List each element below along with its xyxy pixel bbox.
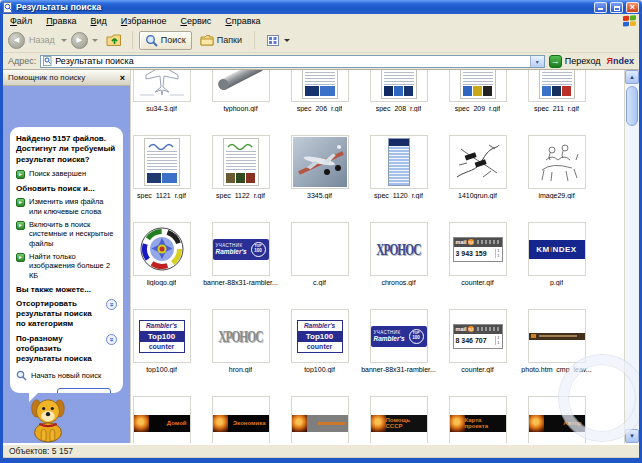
file-thumbnail[interactable]: Экономика — [212, 396, 270, 443]
chevron-down-icon[interactable]: « — [106, 334, 117, 345]
back-icon[interactable]: ◀ — [8, 32, 25, 49]
refine-option-item[interactable]: ▸ Найти только изображения больше 2 КБ — [16, 252, 117, 280]
sidebar-close-icon[interactable]: × — [120, 73, 125, 83]
back-dropdown-icon[interactable] — [61, 39, 67, 42]
maximize-button[interactable] — [610, 2, 623, 13]
up-folder-icon[interactable] — [106, 33, 122, 47]
file-thumbnail[interactable] — [133, 135, 191, 189]
file-thumbnail[interactable] — [370, 135, 428, 189]
file-thumbnail[interactable]: УЧАСТНИКRambler'sTOP100 — [370, 309, 428, 363]
scrollbar-thumb[interactable] — [626, 86, 638, 126]
menu-item[interactable]: Избранное — [114, 16, 174, 26]
rover-dog-character[interactable] — [19, 395, 77, 443]
file-thumbnail[interactable]: mailru3 943 15911 — [449, 222, 507, 276]
file-item[interactable]: photo.htm_cmp_leav... — [517, 309, 596, 396]
menu-item[interactable]: Сервис — [173, 16, 218, 26]
file-item[interactable]: Rambler'sTop100counter top100.gif — [280, 309, 359, 396]
file-thumbnail[interactable]: ХРОНОС — [212, 309, 270, 363]
file-item[interactable]: УЧАСТНИКRambler'sTOP100 banner-88x31-ram… — [201, 222, 280, 309]
file-thumbnail[interactable] — [449, 135, 507, 189]
file-item[interactable]: spec_1120_r.gif — [359, 135, 438, 222]
file-thumbnail[interactable]: УЧАСТНИКRambler'sTOP100 — [212, 222, 270, 276]
file-item[interactable]: spec_1122_r.gif — [201, 135, 280, 222]
go-button[interactable]: → Переход — [549, 55, 601, 68]
file-thumbnail[interactable] — [291, 396, 349, 443]
file-item[interactable]: mailru8 346 70711 counter.gif — [438, 309, 517, 396]
file-thumbnail[interactable] — [528, 309, 586, 363]
refine-option-item[interactable]: ▸ Включить в поиск системные и нескрытые… — [16, 220, 117, 248]
file-thumbnail[interactable] — [212, 135, 270, 189]
file-item[interactable]: KMiNDEX p.gif — [517, 222, 596, 309]
close-button[interactable]: × — [626, 2, 639, 13]
file-thumbnail[interactable] — [370, 70, 428, 102]
file-thumbnail[interactable] — [291, 222, 349, 276]
refine-option-item[interactable]: ▸ Изменить имя файла или ключевые слова — [16, 197, 117, 216]
file-item[interactable]: ХРОНОС chronos.gif — [359, 222, 438, 309]
back-label[interactable]: Назад — [29, 35, 55, 45]
file-thumbnail[interactable]: KMiNDEX — [528, 222, 586, 276]
file-item[interactable]: su34-3.gif — [130, 70, 201, 135]
file-thumbnail[interactable]: Автор — [528, 396, 586, 443]
file-item[interactable]: ХРОНОС hron.gif — [201, 309, 280, 396]
file-thumbnail[interactable] — [291, 70, 349, 102]
file-item[interactable]: spec_206_r.gif — [280, 70, 359, 135]
file-item[interactable]: typhoon.gif — [201, 70, 280, 135]
file-thumbnail[interactable]: Карта проекта — [449, 396, 507, 443]
new-search-item[interactable]: Начать новый поиск — [16, 370, 117, 381]
file-item[interactable]: image29.gif — [517, 135, 596, 222]
search-done-label: Поиск завершен — [29, 169, 86, 178]
address-dropdown-icon[interactable]: ▾ — [530, 56, 544, 67]
forward-icon[interactable]: ▶ — [71, 32, 88, 49]
search-done-item[interactable]: ▸ Поиск завершен — [16, 169, 117, 179]
file-item[interactable]: Карта проекта — [438, 396, 517, 443]
forward-dropdown-icon[interactable] — [92, 39, 98, 42]
sort-option-item[interactable]: Отсортировать результаты поиска по катег… — [16, 299, 117, 329]
file-thumbnail[interactable] — [449, 70, 507, 102]
search-button[interactable]: Поиск — [139, 31, 192, 50]
menu-item[interactable]: Вид — [84, 16, 114, 26]
yandex-brand[interactable]: Яndex — [607, 56, 634, 66]
file-item[interactable]: liglogo.gif — [130, 222, 201, 309]
menu-item[interactable]: Файл — [3, 16, 39, 26]
address-combo[interactable]: Результаты поиска ▾ — [40, 55, 545, 68]
file-item[interactable]: spec_1121_r.gif — [130, 135, 201, 222]
file-item[interactable]: c.gif — [280, 222, 359, 309]
scroll-down-icon[interactable]: ▼ — [625, 429, 639, 443]
file-thumbnail[interactable]: Домой — [133, 396, 191, 443]
file-item[interactable]: Автор — [517, 396, 596, 443]
file-thumbnail[interactable]: Помощь СССР — [370, 396, 428, 443]
minimize-button[interactable] — [594, 2, 607, 13]
file-item[interactable] — [280, 396, 359, 443]
file-item[interactable]: spec_208_r.gif — [359, 70, 438, 135]
file-item[interactable]: 3345.gif — [280, 135, 359, 222]
file-thumbnail[interactable]: Rambler'sTop100counter — [291, 309, 349, 363]
file-item[interactable]: Rambler'sTop100counter top100.gif — [130, 309, 201, 396]
search-icon — [145, 34, 158, 47]
menu-item[interactable]: Справка — [218, 16, 267, 26]
file-item[interactable]: mailru3 943 15911 counter.gif — [438, 222, 517, 309]
scroll-up-icon[interactable]: ▲ — [625, 70, 639, 84]
file-thumbnail[interactable] — [528, 135, 586, 189]
chevron-down-icon[interactable]: « — [106, 299, 117, 310]
file-thumbnail[interactable] — [212, 70, 270, 102]
vertical-scrollbar[interactable]: ▲ ▼ — [624, 70, 639, 443]
file-thumbnail[interactable] — [528, 70, 586, 102]
file-thumbnail[interactable]: ХРОНОС — [370, 222, 428, 276]
file-thumbnail[interactable]: mailru8 346 70711 — [449, 309, 507, 363]
back-button[interactable]: Назад — [57, 388, 111, 393]
views-button[interactable] — [261, 32, 298, 49]
file-item[interactable]: spec_211_r.gif — [517, 70, 596, 135]
file-thumbnail[interactable]: Rambler'sTop100counter — [133, 309, 191, 363]
file-thumbnail[interactable] — [133, 222, 191, 276]
file-item[interactable]: УЧАСТНИКRambler'sTOP100 banner-88x31-ram… — [359, 309, 438, 396]
file-item[interactable]: spec_209_r.gif — [438, 70, 517, 135]
display-option-item[interactable]: По-разному отобразить результаты поиска … — [16, 334, 117, 364]
file-thumbnail[interactable] — [133, 70, 191, 102]
file-item[interactable]: 1410grun.gif — [438, 135, 517, 222]
file-item[interactable]: Помощь СССР — [359, 396, 438, 443]
file-thumbnail[interactable] — [291, 135, 349, 189]
file-item[interactable]: Домой — [130, 396, 201, 443]
folders-button[interactable]: Папки — [194, 31, 248, 49]
file-item[interactable]: Экономика — [201, 396, 280, 443]
menu-item[interactable]: Правка — [39, 16, 83, 26]
